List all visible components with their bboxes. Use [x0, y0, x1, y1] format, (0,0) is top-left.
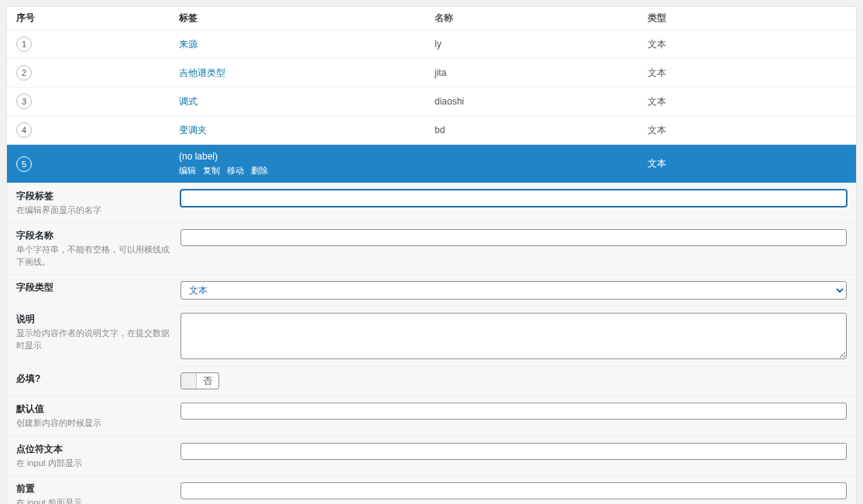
field-type-cell: 文本 [648, 157, 847, 170]
field-type-select[interactable]: 文本 [181, 281, 847, 300]
field-label-desc: 在编辑界面显示的名字 [16, 204, 171, 216]
default-desc: 创建新内容的时候显示 [16, 417, 171, 429]
table-row[interactable]: 4 变调夹 bd 文本 [7, 116, 856, 145]
default-input[interactable] [181, 403, 847, 420]
field-label-input[interactable] [181, 190, 847, 207]
field-type-cell: 文本 [648, 95, 847, 108]
placeholder-desc: 在 input 内部显示 [16, 458, 171, 469]
header-type: 类型 [648, 12, 847, 25]
toggle-state: 否 [197, 375, 218, 388]
field-name-cell: bd [435, 125, 648, 135]
table-row-active[interactable]: 5 (no label) 编辑 复制 移动 删除 文本 [7, 145, 856, 183]
description-label: 说明 [16, 313, 171, 326]
field-name-cell: jita [435, 67, 648, 78]
field-label-link[interactable]: 吉他谱类型 [179, 67, 225, 78]
table-header: 序号 标签 名称 类型 [7, 7, 856, 30]
field-name-label: 字段名称 [16, 229, 171, 242]
field-type-cell: 文本 [648, 38, 847, 51]
prepend-label: 前置 [16, 482, 171, 495]
field-label-link[interactable]: 调式 [179, 96, 198, 107]
field-type-cell: 文本 [648, 124, 847, 137]
table-row[interactable]: 3 调式 diaoshi 文本 [7, 87, 856, 116]
table-row[interactable]: 1 来源 ly 文本 [7, 30, 856, 59]
header-order: 序号 [16, 12, 179, 25]
toggle-knob [181, 373, 197, 389]
field-name-cell: diaoshi [435, 96, 648, 107]
description-desc: 显示给内容作者的说明文字，在提交数据时显示 [16, 327, 171, 351]
order-badge: 5 [16, 156, 32, 172]
order-badge: 1 [16, 36, 32, 52]
copy-action[interactable]: 复制 [203, 166, 220, 175]
placeholder-input[interactable] [181, 443, 847, 460]
default-label: 默认值 [16, 403, 171, 416]
field-type-cell: 文本 [648, 67, 847, 80]
required-toggle[interactable]: 否 [181, 372, 219, 389]
prepend-input[interactable] [181, 482, 847, 499]
prepend-desc: 在 input 前面显示 [16, 497, 171, 504]
order-badge: 4 [16, 122, 32, 138]
row-actions: 编辑 复制 移动 删除 [179, 165, 435, 177]
field-label-link[interactable]: 变调夹 [179, 125, 207, 135]
field-label-nolabel: (no label) [179, 151, 435, 162]
order-badge: 3 [16, 94, 32, 109]
field-label-label: 字段标签 [16, 190, 171, 203]
field-name-input[interactable] [181, 229, 847, 246]
order-badge: 2 [16, 65, 32, 81]
field-name-desc: 单个字符串，不能有空格，可以用横线或下画线。 [16, 244, 171, 268]
required-label: 必填? [16, 372, 171, 386]
placeholder-label: 点位符文本 [16, 443, 171, 456]
header-label: 标签 [179, 12, 435, 25]
edit-action[interactable]: 编辑 [179, 166, 196, 175]
field-name-cell: ly [435, 39, 648, 50]
table-row[interactable]: 2 吉他谱类型 jita 文本 [7, 59, 856, 87]
description-textarea[interactable] [181, 313, 847, 359]
delete-action[interactable]: 删除 [251, 166, 268, 175]
move-action[interactable]: 移动 [227, 166, 244, 175]
field-label-link[interactable]: 来源 [179, 39, 198, 50]
header-name: 名称 [435, 12, 648, 25]
field-type-label: 字段类型 [16, 281, 171, 294]
